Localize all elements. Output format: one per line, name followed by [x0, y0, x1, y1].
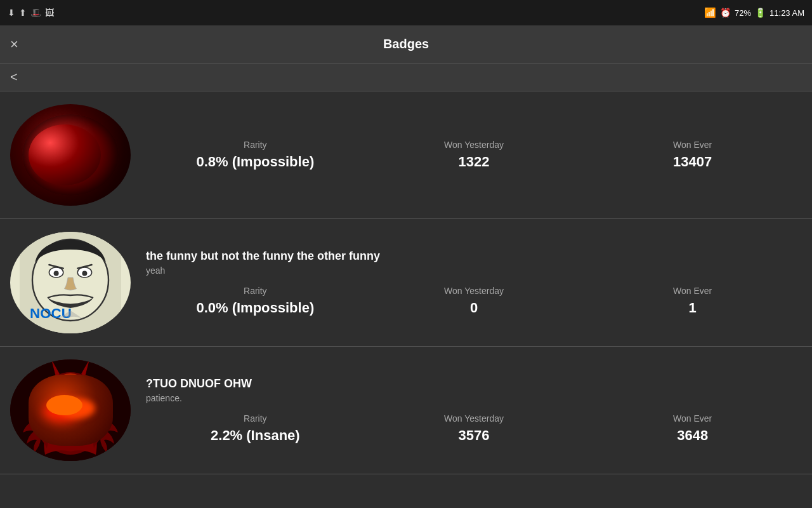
badge-stats-3: Rarity 2.2% (Insane) Won Yesterday 3576 …: [146, 413, 802, 444]
rarity-value-1: 0.8% (Impossible): [196, 154, 314, 170]
troll-face-svg: NOCU: [10, 232, 131, 333]
svg-point-10: [36, 372, 105, 455]
svg-point-15: [58, 392, 63, 397]
won-yesterday-label-1: Won Yesterday: [444, 140, 504, 150]
close-button[interactable]: ×: [10, 37, 18, 51]
svg-point-12: [48, 373, 93, 422]
svg-point-22: [76, 389, 84, 397]
wifi-icon: 📶: [704, 7, 716, 18]
stat-won-ever-3: Won Ever 3648: [583, 413, 802, 444]
creature-svg: [10, 359, 131, 461]
svg-point-11: [45, 375, 96, 432]
time-display: 11:23 AM: [769, 8, 804, 18]
badge-description-2: yeah: [146, 265, 802, 276]
badge-avatar-2: NOCU: [10, 232, 131, 333]
badge-avatar-1: [10, 104, 131, 206]
stat-rarity-1: Rarity 0.8% (Impossible): [146, 140, 365, 170]
svg-point-16: [77, 392, 82, 397]
status-bar-left: ⬇ ⬆ 🎩 🖼: [8, 8, 54, 18]
won-yesterday-value-1: 1322: [459, 154, 490, 170]
badge-info-3: ?TUO DNUOF OHW patience. Rarity 2.2% (In…: [131, 359, 802, 461]
back-button[interactable]: <: [10, 70, 18, 84]
won-ever-label-1: Won Ever: [673, 140, 712, 150]
image-icon: 🖼: [45, 8, 54, 18]
svg-point-5: [82, 271, 87, 276]
stat-rarity-2: Rarity 0.0% (Impossible): [146, 286, 365, 316]
svg-point-4: [54, 271, 59, 276]
rarity-label-2: Rarity: [244, 286, 267, 296]
page-title: Badges: [383, 37, 429, 51]
won-ever-value-1: 13407: [673, 154, 712, 170]
rarity-label-3: Rarity: [244, 413, 267, 424]
stat-won-ever-1: Won Ever 13407: [583, 140, 802, 170]
nav-back-bar: <: [0, 64, 812, 91]
svg-text:NOCU: NOCU: [30, 305, 72, 321]
alarm-icon: ⏰: [720, 8, 731, 18]
badge-name-3: ?TUO DNUOF OHW: [146, 377, 802, 391]
badge-row: ?TUO DNUOF OHW patience. Rarity 2.2% (In…: [0, 347, 812, 474]
badge-stats-1: Rarity 0.8% (Impossible) Won Yesterday 1…: [146, 140, 802, 170]
svg-point-17: [60, 393, 62, 396]
won-yesterday-label-3: Won Yesterday: [444, 413, 504, 424]
svg-point-21: [57, 389, 65, 397]
svg-point-14: [75, 387, 85, 399]
app-bar: × Badges: [0, 25, 812, 64]
won-yesterday-value-2: 0: [470, 300, 478, 316]
stat-won-yesterday-1: Won Yesterday 1322: [365, 140, 584, 170]
won-ever-value-3: 3648: [677, 427, 708, 444]
battery-percent: 72%: [735, 8, 751, 18]
badge-row: Rarity 0.8% (Impossible) Won Yesterday 1…: [0, 91, 812, 219]
won-ever-value-2: 1: [689, 300, 697, 316]
status-bar-right: 📶 ⏰ 72% 🔋 11:23 AM: [704, 7, 804, 18]
rarity-value-2: 0.0% (Impossible): [196, 300, 314, 316]
svg-point-13: [56, 387, 66, 399]
stat-won-yesterday-2: Won Yesterday 0: [365, 286, 584, 316]
badge-info-2: the funny but not the funny the other fu…: [131, 232, 802, 333]
battery-icon: 🔋: [755, 8, 766, 18]
status-bar: ⬇ ⬆ 🎩 🖼 📶 ⏰ 72% 🔋 11:23 AM: [0, 0, 812, 25]
badge-description-3: patience.: [146, 393, 802, 403]
stat-won-ever-2: Won Ever 1: [583, 286, 802, 316]
badges-list: Rarity 0.8% (Impossible) Won Yesterday 1…: [0, 91, 812, 508]
badge-info-1: Rarity 0.8% (Impossible) Won Yesterday 1…: [131, 104, 802, 206]
won-ever-label-3: Won Ever: [673, 413, 712, 424]
rarity-value-3: 2.2% (Insane): [211, 427, 300, 444]
badge-stats-2: Rarity 0.0% (Impossible) Won Yesterday 0…: [146, 286, 802, 316]
download-icon: ⬇: [8, 8, 15, 18]
svg-point-18: [79, 393, 81, 396]
badge-avatar-3: [10, 359, 131, 461]
rarity-label-1: Rarity: [244, 140, 267, 150]
badge-row: NOCU the funny but not the funny the oth…: [0, 219, 812, 347]
won-yesterday-label-2: Won Yesterday: [444, 286, 504, 296]
won-ever-label-2: Won Ever: [673, 286, 712, 296]
stat-rarity-3: Rarity 2.2% (Insane): [146, 413, 365, 444]
stat-won-yesterday-3: Won Yesterday 3576: [365, 413, 584, 444]
badge-name-2: the funny but not the funny the other fu…: [146, 250, 802, 263]
hat-icon: 🎩: [30, 8, 41, 18]
upload-icon: ⬆: [19, 8, 27, 18]
won-yesterday-value-3: 3576: [459, 427, 490, 444]
